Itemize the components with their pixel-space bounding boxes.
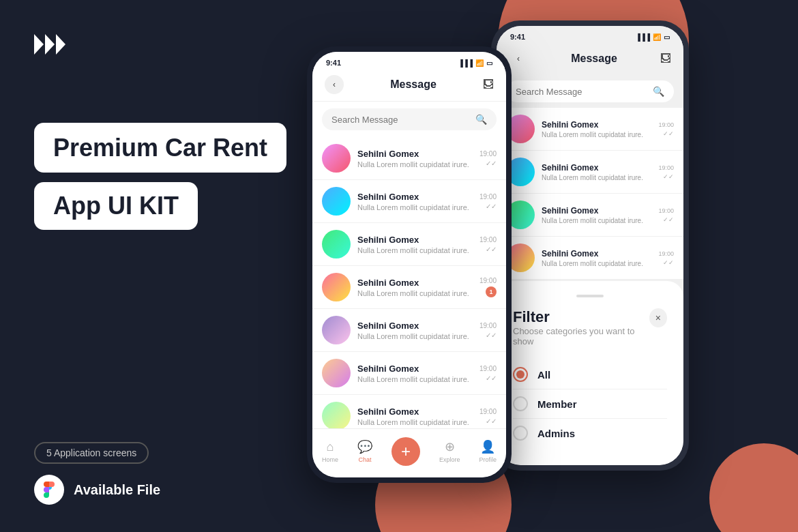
chat-read-check: ✓✓ (663, 130, 674, 137)
chat-info: Sehilni Gomex Nulla Lorem mollit cupidat… (357, 364, 473, 383)
figma-icon (34, 475, 64, 505)
phone2-search-bar[interactable]: 🔍 (506, 80, 674, 102)
phone1-header-title: Message (390, 78, 437, 91)
chat-read-check: ✓✓ (663, 216, 674, 223)
filter-icon-phone2[interactable]: ⛾ (660, 53, 671, 65)
chat-meta: 19:00 ✓✓ (658, 121, 674, 137)
chat-meta: 19:00 ✓✓ (479, 150, 497, 167)
chat-name: Sehilni Gomex (542, 206, 651, 216)
radio-button[interactable] (513, 396, 528, 411)
svg-marker-1 (45, 34, 55, 55)
chat-read-check: ✓✓ (663, 259, 674, 266)
chat-time: 19:00 (479, 365, 497, 372)
nav-profile-label: Profile (479, 456, 497, 463)
chat-item[interactable]: Sehilni Gomex Nulla Lorem mollit cupidat… (497, 151, 683, 194)
chat-name: Sehilni Gomex (357, 235, 473, 245)
back-button[interactable]: ‹ (325, 75, 344, 94)
chat-read-check: ✓✓ (486, 203, 497, 210)
filter-option[interactable]: Admins (513, 419, 667, 447)
chat-read-check: ✓✓ (486, 160, 497, 167)
title-line1: Premium Car Rent (53, 134, 267, 162)
chat-preview: Nulla Lorem mollit cupidatat irure. (357, 289, 473, 297)
chat-time: 19:00 (479, 277, 497, 284)
phone1: 9:41 ▐▐▐ 📶 ▭ ‹ Message ⛾ 🔍 Sehilni Gome (307, 46, 512, 483)
phone2-back-button[interactable]: ‹ (509, 49, 528, 68)
chat-avatar (322, 359, 351, 387)
phone1-search-input[interactable] (331, 115, 470, 125)
title-line2: App UI KIT (53, 192, 179, 220)
chat-meta: 19:00 ✓✓ (479, 236, 497, 253)
chat-name: Sehilni Gomex (357, 407, 473, 417)
svg-marker-0 (34, 34, 44, 55)
chat-item[interactable]: Sehilni Gomex Nulla Lorem mollit cupidat… (497, 237, 683, 280)
chat-meta: 19:00 ✓✓ (658, 250, 674, 266)
home-icon: ⌂ (327, 440, 334, 454)
nav-chat[interactable]: 💬 Chat (357, 439, 372, 463)
logo (34, 27, 89, 64)
radio-button[interactable] (513, 426, 528, 441)
chat-time: 19:00 (658, 207, 674, 214)
chat-avatar (322, 273, 351, 301)
chat-item[interactable]: Sehilni Gomex Nulla Lorem mollit cupidat… (497, 194, 683, 237)
nav-home[interactable]: ⌂ Home (322, 440, 338, 463)
filter-option-label: Admins (537, 428, 575, 439)
chat-info: Sehilni Gomex Nulla Lorem mollit cupidat… (542, 249, 651, 267)
explore-icon: ⊕ (445, 439, 455, 454)
chat-item[interactable]: Sehilni Gomex Nulla Lorem mollit cupidat… (312, 352, 506, 395)
chat-item[interactable]: Sehilni Gomex Nulla Lorem mollit cupidat… (312, 223, 506, 266)
chat-read-check: ✓✓ (486, 374, 497, 382)
nav-explore-label: Explore (439, 456, 460, 463)
chat-avatar (322, 316, 351, 344)
chat-preview: Nulla Lorem mollit cupidatat irure. (357, 375, 473, 383)
chat-info: Sehilni Gomex Nulla Lorem mollit cupidat… (357, 235, 473, 254)
chat-read-check: ✓✓ (486, 417, 497, 425)
chat-name: Sehilni Gomex (357, 364, 473, 374)
filter-options-list: All Member Admins (513, 360, 667, 447)
filter-option-label: All (537, 369, 550, 381)
filter-subtitle: Choose categories you want to show (513, 326, 649, 346)
phone1-screen: 9:41 ▐▐▐ 📶 ▭ ‹ Message ⛾ 🔍 Sehilni Gome (312, 52, 506, 477)
filter-option[interactable]: All (513, 360, 667, 389)
chat-name: Sehilni Gomex (542, 163, 651, 173)
chat-avatar (322, 230, 351, 258)
filter-icon-phone1[interactable]: ⛾ (483, 78, 494, 91)
chat-preview: Nulla Lorem mollit cupidatat irure. (542, 260, 651, 267)
filter-title: Filter (513, 308, 649, 326)
nav-explore[interactable]: ⊕ Explore (439, 439, 460, 463)
chat-meta: 19:00 ✓✓ (479, 193, 497, 210)
phone1-search-area: 🔍 (312, 102, 506, 137)
chat-meta: 19:00 1 (479, 277, 497, 297)
chat-item[interactable]: Sehilni Gomex Nulla Lorem mollit cupidat… (312, 137, 506, 180)
chat-preview: Nulla Lorem mollit cupidatat irure. (542, 217, 651, 224)
radio-button[interactable] (513, 367, 528, 382)
chat-item[interactable]: Sehilni Gomex Nulla Lorem mollit cupidat… (312, 309, 506, 352)
chat-info: Sehilni Gomex Nulla Lorem mollit cupidat… (542, 120, 651, 138)
left-content: Premium Car Rent App UI KIT (34, 123, 286, 230)
chat-meta: 19:00 ✓✓ (658, 207, 674, 223)
chat-item[interactable]: Sehilni Gomex Nulla Lorem mollit cupidat… (497, 108, 683, 151)
chat-item[interactable]: Sehilni Gomex Nulla Lorem mollit cupidat… (312, 266, 506, 309)
phone2-chat-list: Sehilni Gomex Nulla Lorem mollit cupidat… (497, 108, 683, 280)
nav-add-button[interactable]: + (391, 437, 420, 466)
search-icon-phone2: 🔍 (653, 86, 664, 97)
chat-item[interactable]: Sehilni Gomex Nulla Lorem mollit cupidat… (312, 180, 506, 223)
chat-preview: Nulla Lorem mollit cupidatat irure. (357, 160, 473, 168)
chat-preview: Nulla Lorem mollit cupidatat irure. (542, 131, 651, 138)
phone1-bottom-nav: ⌂ Home 💬 Chat + ⊕ Explore 👤 Profile (312, 428, 506, 477)
profile-icon: 👤 (480, 439, 495, 454)
phone2-search-input[interactable] (516, 87, 647, 97)
phone1-search-bar[interactable]: 🔍 (322, 108, 497, 130)
nav-profile[interactable]: 👤 Profile (479, 439, 497, 463)
chat-unread-badge: 1 (486, 286, 497, 297)
wifi-icon: 📶 (475, 59, 484, 67)
phone2-search-area: 🔍 (497, 75, 683, 108)
chat-read-check: ✓✓ (486, 246, 497, 253)
chat-info: Sehilni Gomex Nulla Lorem mollit cupidat… (542, 206, 651, 224)
chat-meta: 19:00 ✓✓ (479, 408, 497, 425)
filter-option[interactable]: Member (513, 389, 667, 419)
chat-avatar (322, 144, 351, 173)
phone1-chat-list: Sehilni Gomex Nulla Lorem mollit cupidat… (312, 137, 506, 438)
nav-home-label: Home (322, 456, 338, 463)
main-title-box: Premium Car Rent (34, 123, 286, 173)
filter-close-button[interactable]: × (649, 308, 667, 327)
